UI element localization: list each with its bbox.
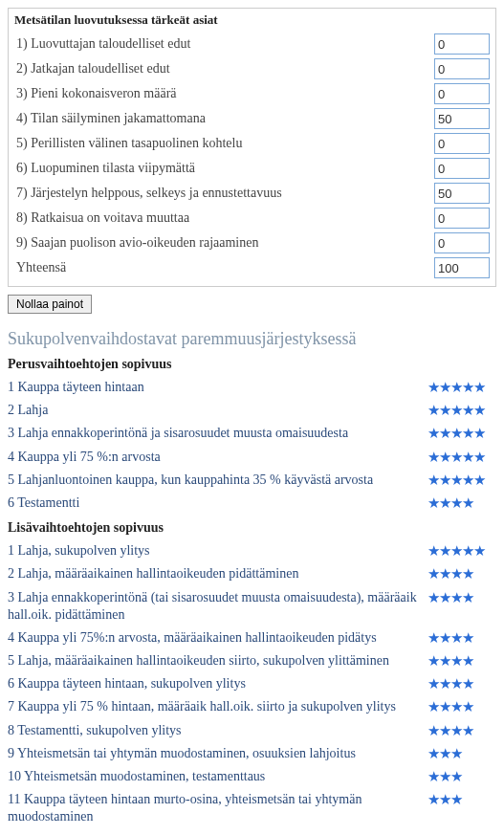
weight-label: 3) Pieni kokonaisveron määrä — [14, 86, 434, 101]
result-row: 7 Kauppa yli 75 % hintaan, määräaik hall… — [8, 695, 496, 718]
result-label[interactable]: 8 Testamentti, sukupolven ylitys — [8, 722, 427, 739]
star-rating: ★★★ — [427, 791, 496, 808]
result-row: 5 Lahjanluontoinen kauppa, kun kauppahin… — [8, 469, 496, 492]
star-rating: ★★★★★ — [427, 542, 496, 560]
star-rating: ★★★★ — [427, 629, 496, 647]
result-row: 10 Yhteismetsän muodostaminen, testament… — [8, 765, 496, 788]
result-label[interactable]: 3 Lahja ennakkoperintönä ja sisarosuudet… — [8, 425, 427, 442]
result-row: 12 Kauppa yli 75 % hintaan murto-osina, … — [8, 829, 496, 835]
weight-input[interactable] — [434, 208, 490, 229]
weight-label: 1) Luovuttajan taloudelliset edut — [14, 36, 434, 52]
panel-title: Metsätilan luovutuksessa tärkeät asiat — [14, 12, 490, 28]
result-label[interactable]: 10 Yhteismetsän muodostaminen, testament… — [8, 768, 427, 785]
result-row: 2 Lahja★★★★★ — [8, 399, 496, 422]
weight-row: 2) Jatkajan taloudelliset edut — [14, 56, 490, 81]
result-row: 3 Lahja ennakkoperintönä ja sisarosuudet… — [8, 422, 496, 445]
star-rating: ★★★★ — [427, 698, 496, 715]
weight-row: 8) Ratkaisua on voitava muuttaa — [14, 206, 490, 231]
star-rating: ★★★ — [427, 832, 496, 835]
weight-input[interactable] — [434, 58, 490, 79]
weight-label: 6) Luopuminen tilasta viipymättä — [14, 161, 434, 176]
result-row: 6 Kauppa täyteen hintaan, sukupolven yli… — [8, 672, 496, 695]
result-label[interactable]: 5 Lahjanluontoinen kauppa, kun kauppahin… — [8, 472, 427, 489]
weight-label: 5) Perillisten välinen tasapuolinen koht… — [14, 136, 434, 151]
group-heading: Lisävaihtoehtojen sopivuus — [8, 520, 496, 536]
weight-input[interactable] — [434, 183, 490, 204]
weight-label: 9) Saajan puolison avio-oikeuden rajaami… — [14, 235, 434, 251]
star-rating: ★★★★ — [427, 565, 496, 582]
result-label[interactable]: 11 Kauppa täyteen hintaan murto-osina, y… — [8, 791, 427, 825]
weight-input[interactable] — [434, 232, 490, 253]
weight-input[interactable] — [434, 158, 490, 179]
star-rating: ★★★★ — [427, 589, 496, 606]
result-row: 1 Kauppa täyteen hintaan★★★★★ — [8, 376, 496, 399]
result-label[interactable]: 4 Kauppa yli 75%:n arvosta, määräaikaine… — [8, 629, 427, 647]
weight-row: 6) Luopuminen tilasta viipymättä — [14, 156, 490, 181]
star-rating: ★★★★ — [427, 494, 496, 512]
result-row: 11 Kauppa täyteen hintaan murto-osina, y… — [8, 788, 496, 828]
star-rating: ★★★★ — [427, 722, 496, 739]
sum-row: Yhteensä — [14, 255, 490, 280]
weight-input[interactable] — [434, 108, 490, 129]
weight-row: 3) Pieni kokonaisveron määrä — [14, 81, 490, 106]
weight-label: 4) Tilan säilyminen jakamattomana — [14, 111, 434, 126]
sum-input — [434, 257, 490, 278]
result-label[interactable]: 1 Kauppa täyteen hintaan — [8, 379, 427, 396]
result-label[interactable]: 5 Lahja, määräaikainen hallintaoikeuden … — [8, 652, 427, 670]
ranking-heading: Sukupolvenvaihdostavat paremmuusjärjesty… — [8, 329, 496, 349]
result-label[interactable]: 2 Lahja — [8, 402, 427, 419]
weights-container: 1) Luovuttajan taloudelliset edut2) Jatk… — [14, 32, 490, 255]
star-rating: ★★★★★ — [427, 449, 496, 466]
result-label[interactable]: 1 Lahja, sukupolven ylitys — [8, 542, 427, 560]
star-rating: ★★★ — [427, 745, 496, 762]
result-label[interactable]: 4 Kauppa yli 75 %:n arvosta — [8, 449, 427, 466]
weights-panel: Metsätilan luovutuksessa tärkeät asiat 1… — [8, 8, 496, 287]
star-rating: ★★★★ — [427, 675, 496, 692]
result-label[interactable]: 3 Lahja ennakkoperintönä (tai sisarosuud… — [8, 589, 427, 624]
result-row: 3 Lahja ennakkoperintönä (tai sisarosuud… — [8, 586, 496, 626]
reset-weights-button[interactable]: Nollaa painot — [8, 295, 92, 314]
result-label[interactable]: 9 Yhteismetsän tai yhtymän muodostaminen… — [8, 745, 427, 762]
result-row: 8 Testamentti, sukupolven ylitys★★★★ — [8, 719, 496, 742]
result-row: 6 Testamentti★★★★ — [8, 492, 496, 515]
weight-input[interactable] — [434, 33, 490, 55]
result-row: 4 Kauppa yli 75%:n arvosta, määräaikaine… — [8, 626, 496, 649]
result-label[interactable]: 6 Testamentti — [8, 494, 427, 512]
result-row: 2 Lahja, määräaikainen hallintaoikeuden … — [8, 562, 496, 585]
weight-row: 1) Luovuttajan taloudelliset edut — [14, 32, 490, 56]
weight-input[interactable] — [434, 83, 490, 104]
sum-label: Yhteensä — [14, 260, 434, 275]
star-rating: ★★★★★ — [427, 472, 496, 489]
weight-row: 5) Perillisten välinen tasapuolinen koht… — [14, 131, 490, 156]
star-rating: ★★★★ — [427, 652, 496, 670]
weight-label: 2) Jatkajan taloudelliset edut — [14, 61, 434, 77]
star-rating: ★★★★★ — [427, 379, 496, 396]
result-row: 5 Lahja, määräaikainen hallintaoikeuden … — [8, 649, 496, 672]
result-label[interactable]: 7 Kauppa yli 75 % hintaan, määräaik hall… — [8, 698, 427, 715]
group-heading: Perusvaihtoehtojen sopivuus — [8, 357, 496, 372]
star-rating: ★★★★★ — [427, 402, 496, 419]
weight-label: 8) Ratkaisua on voitava muuttaa — [14, 210, 434, 226]
star-rating: ★★★★★ — [427, 425, 496, 442]
result-row: 1 Lahja, sukupolven ylitys★★★★★ — [8, 539, 496, 562]
result-label[interactable]: 12 Kauppa yli 75 % hintaan murto-osina, … — [8, 832, 427, 835]
star-rating: ★★★ — [427, 768, 496, 785]
result-label[interactable]: 6 Kauppa täyteen hintaan, sukupolven yli… — [8, 675, 427, 692]
weight-row: 7) Järjestelyn helppous, selkeys ja ennu… — [14, 181, 490, 206]
result-label[interactable]: 2 Lahja, määräaikainen hallintaoikeuden … — [8, 565, 427, 582]
result-row: 9 Yhteismetsän tai yhtymän muodostaminen… — [8, 742, 496, 765]
weight-input[interactable] — [434, 133, 490, 154]
weight-row: 9) Saajan puolison avio-oikeuden rajaami… — [14, 231, 490, 255]
weight-row: 4) Tilan säilyminen jakamattomana — [14, 106, 490, 131]
result-row: 4 Kauppa yli 75 %:n arvosta★★★★★ — [8, 446, 496, 469]
groups-container: Perusvaihtoehtojen sopivuus1 Kauppa täyt… — [8, 357, 496, 835]
weight-label: 7) Järjestelyn helppous, selkeys ja ennu… — [14, 186, 434, 201]
